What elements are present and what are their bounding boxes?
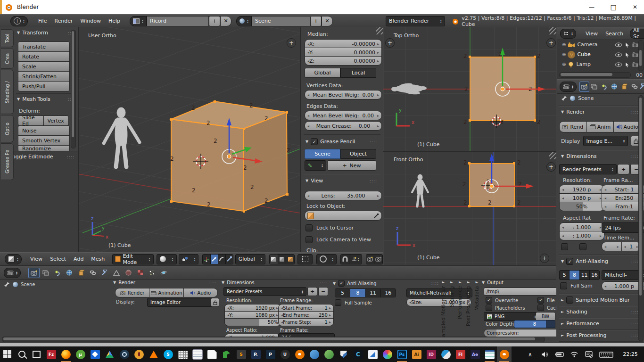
median-y-field[interactable]: ◂Y: -0.00000▸ bbox=[305, 48, 382, 57]
task-view-button[interactable] bbox=[29, 346, 44, 362]
antialiasing-checkbox[interactable]: ✓ bbox=[566, 258, 573, 265]
render-engine-menu[interactable]: Blender Render ▴▾ bbox=[386, 16, 445, 26]
aa-samples-11[interactable]: 11 bbox=[366, 289, 381, 297]
lock-interface-button[interactable] bbox=[211, 298, 219, 307]
tab-render-layers[interactable] bbox=[40, 268, 51, 278]
frame-step-field[interactable]: ◂Fram:1▸ bbox=[602, 202, 644, 211]
taskbar-bird-blue[interactable] bbox=[307, 346, 322, 362]
rotate-button[interactable]: Rotate bbox=[18, 52, 69, 62]
aa-samples-11[interactable]: 11 bbox=[580, 271, 590, 280]
taskbar-unity[interactable]: U bbox=[278, 346, 292, 362]
mode-menu[interactable]: Edit Mode ▴▾ bbox=[112, 254, 153, 264]
tab-object[interactable] bbox=[75, 268, 87, 278]
top-view-plus-right[interactable]: + bbox=[546, 38, 556, 48]
taskbar-ruler-app[interactable] bbox=[365, 346, 380, 362]
aa-samples-16[interactable]: 16 bbox=[590, 271, 599, 280]
taskbar-utorrent[interactable]: µ bbox=[73, 346, 88, 362]
render-audio-button[interactable]: Audio bbox=[184, 288, 218, 297]
taskbar-word[interactable] bbox=[482, 346, 497, 362]
manipulator-rotate-button[interactable] bbox=[218, 255, 226, 264]
tab-world[interactable] bbox=[610, 82, 619, 92]
taskbar-skype[interactable]: S bbox=[161, 346, 175, 362]
outliner-row-lamp[interactable]: ⊕ Lamp bbox=[557, 59, 640, 69]
file-extensions-checkbox[interactable]: ✓ bbox=[537, 297, 544, 304]
antialiasing-checkbox[interactable]: ✓ bbox=[338, 280, 345, 287]
taskbar-pdark-app[interactable]: P. bbox=[248, 346, 263, 362]
render-still-button[interactable] bbox=[366, 255, 375, 264]
lock-camera-row[interactable]: Lock Camera to View bbox=[305, 236, 371, 243]
median-z-field[interactable]: ◂Z: 0.00000▸ bbox=[305, 56, 382, 66]
tab-render[interactable] bbox=[579, 82, 589, 92]
tab-grease-pencil[interactable]: Grease Pe bbox=[1, 143, 14, 180]
render-panel-header[interactable]: ▼Render :::: bbox=[113, 280, 217, 285]
file-extensions-row[interactable]: ✓ File Ex bbox=[537, 297, 556, 304]
manipulator-axes-button[interactable] bbox=[203, 255, 210, 264]
res-percentage-slider[interactable]: 50% bbox=[559, 202, 604, 211]
mesh-tools-panel-header[interactable]: ▼ Mesh Tools :::: bbox=[17, 96, 75, 102]
pivot-point-menu[interactable]: ▴▾ bbox=[179, 254, 199, 264]
global-button[interactable]: Global bbox=[305, 68, 340, 78]
noise-button[interactable]: Noise bbox=[18, 126, 69, 136]
aa-samples-5[interactable]: 5 bbox=[560, 271, 570, 280]
viewport-top-ortho[interactable]: 222 22 222 bbox=[383, 27, 556, 152]
color-depth-button[interactable]: 8 bbox=[514, 320, 555, 328]
taskbar-colorwheel-app[interactable] bbox=[380, 346, 395, 362]
placeholders-checkbox[interactable] bbox=[486, 304, 492, 311]
tray-notification-icon[interactable] bbox=[581, 346, 596, 362]
aa-samples-8[interactable]: 8 bbox=[570, 271, 579, 280]
tab-constraints[interactable] bbox=[629, 82, 639, 92]
outliner-item-label[interactable]: Camera bbox=[577, 41, 597, 48]
res-x-field[interactable]: ◂1920 p▸ bbox=[559, 185, 604, 194]
screen-layout-menu[interactable]: ▴▾ bbox=[130, 16, 147, 26]
renderable-camera-icon[interactable] bbox=[632, 42, 639, 47]
tab-render[interactable] bbox=[28, 268, 40, 278]
occlude-geometry-button[interactable] bbox=[297, 254, 313, 264]
tab-options[interactable]: Optio bbox=[1, 115, 14, 142]
main-view-plus-button[interactable]: + bbox=[287, 38, 296, 48]
tray-keyboard-icon[interactable] bbox=[596, 346, 617, 362]
renderable-camera-icon[interactable] bbox=[632, 62, 639, 67]
scale-button[interactable]: Scale bbox=[18, 62, 69, 72]
render-audio-button[interactable]: Audio bbox=[614, 121, 641, 132]
slide-edge-button[interactable]: Slide Ed bbox=[18, 115, 43, 126]
viewport-front-ortho[interactable]: 22 22 222 bbox=[383, 152, 556, 265]
outliner-row-cube[interactable]: ⊕ ▽ Cube bbox=[557, 49, 640, 59]
vertex-select-button[interactable] bbox=[270, 255, 278, 264]
taskbar-shield-app[interactable] bbox=[336, 346, 351, 362]
taskbar-sublime[interactable]: S bbox=[234, 346, 248, 362]
aa-size-field[interactable]: ◂1.000 p▸ bbox=[602, 281, 644, 291]
panel-post-processing[interactable]: ►Post Processing bbox=[464, 280, 472, 341]
tab-create[interactable]: Crea bbox=[1, 48, 14, 69]
outliner-filter-menu[interactable]: All Sc bbox=[630, 29, 644, 39]
taskbar-c-app[interactable]: C bbox=[351, 346, 365, 362]
tray-wifi-icon[interactable] bbox=[567, 346, 581, 362]
gp-scene-button[interactable]: Scene bbox=[305, 149, 340, 159]
lock-cursor-checkbox[interactable] bbox=[305, 224, 313, 231]
outliner-item-label[interactable]: Cube bbox=[577, 51, 590, 58]
resize-corner[interactable] bbox=[376, 27, 383, 34]
scene-menu[interactable]: ▴▾ bbox=[236, 16, 252, 26]
breadcrumb-label[interactable]: Scene bbox=[21, 282, 35, 287]
mean-bevel-edges-field[interactable]: ◂Mean Bevel Weig: 0.00▸ bbox=[305, 111, 382, 120]
menu-window[interactable]: Window bbox=[77, 18, 105, 24]
outliner-menu-search[interactable]: Search bbox=[602, 31, 627, 37]
tab-scene[interactable] bbox=[52, 268, 63, 278]
face-select-button[interactable] bbox=[286, 255, 294, 264]
info-editor-menu[interactable]: i ▴▾ bbox=[10, 16, 28, 26]
taskbar-p-app[interactable]: P bbox=[263, 346, 278, 362]
compression-slider[interactable]: Compression: bbox=[484, 329, 556, 337]
expand-icon[interactable]: ⊕ bbox=[562, 52, 566, 57]
gp-object-button[interactable]: Object bbox=[340, 149, 376, 159]
lock-camera-checkbox[interactable] bbox=[305, 236, 313, 243]
menu-mesh[interactable]: Mesh bbox=[87, 256, 108, 262]
display-mode-menu[interactable]: Image E... ▴▾ bbox=[583, 136, 628, 146]
snap-element-menu[interactable]: ▴▾ bbox=[349, 255, 362, 264]
taskbar-calculator[interactable] bbox=[175, 346, 190, 362]
menu-add[interactable]: Add bbox=[70, 256, 87, 262]
gp-pencil-menu[interactable]: ✎ ▴▾ bbox=[305, 160, 326, 171]
breadcrumb-label[interactable]: Scene bbox=[578, 95, 594, 101]
snap-magnet-button[interactable] bbox=[341, 255, 349, 264]
renderable-camera-icon[interactable] bbox=[632, 52, 639, 57]
manipulator-translate-button[interactable] bbox=[211, 255, 218, 264]
taskbar-filezilla[interactable]: Fz bbox=[44, 346, 58, 362]
